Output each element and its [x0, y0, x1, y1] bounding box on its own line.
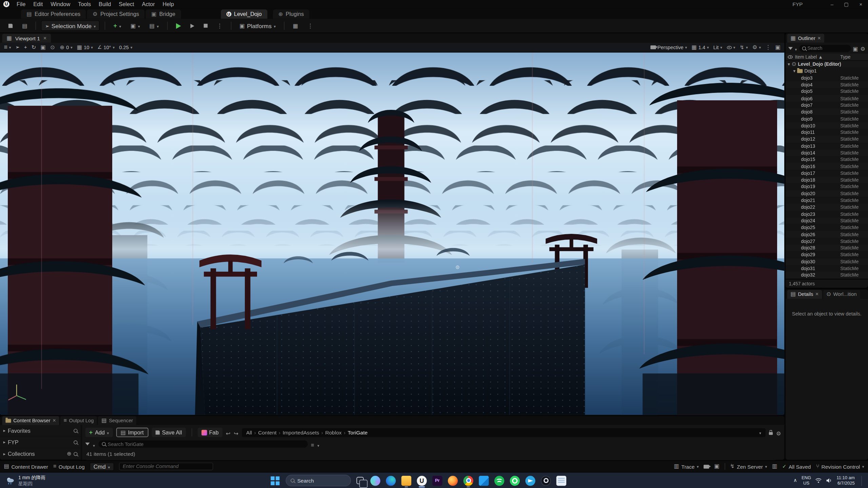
close-icon[interactable] [43, 35, 47, 41]
world-local-toggle[interactable] [50, 44, 55, 50]
tab-plugins[interactable]: Plugins [273, 9, 309, 19]
frame-skip-button[interactable] [187, 20, 198, 31]
menu-item[interactable]: Tools [74, 0, 95, 8]
outliner-actor-row[interactable]: dojo32 StaticMe [786, 272, 868, 279]
outliner-actor-row[interactable]: dojo21 StaticMe [786, 197, 868, 204]
tab-bridge[interactable]: Bridge [146, 9, 181, 19]
taskbar-icon-copilot[interactable] [369, 473, 382, 488]
outliner-actor-row[interactable]: dojo31 StaticMe [786, 265, 868, 272]
taskbar-icon-whatsapp[interactable] [508, 473, 521, 488]
breadcrumb-item[interactable]: All [246, 429, 252, 435]
close-icon[interactable] [817, 35, 821, 41]
import-button[interactable]: Import [116, 428, 148, 437]
rotate-tool-button[interactable] [32, 44, 36, 50]
outliner-actor-row[interactable]: dojo6 StaticMe [786, 95, 868, 102]
viewmode-options-button[interactable] [739, 44, 748, 50]
insights-icon[interactable] [772, 464, 777, 469]
sidebar-item-favorites[interactable]: Favorites [0, 425, 81, 436]
play-options-button[interactable] [214, 20, 226, 31]
taskbar-search[interactable]: Search [285, 475, 351, 486]
tab-outliner[interactable]: Outliner [787, 34, 824, 43]
toolbar-settings-button[interactable] [304, 20, 316, 31]
outliner-actor-row[interactable]: dojo5 StaticMe [786, 88, 868, 95]
outliner-actor-row[interactable]: dojo17 StaticMe [786, 170, 868, 177]
taskbar-icon-spotify[interactable] [493, 473, 506, 488]
taskbar-icon-obs[interactable] [539, 473, 552, 488]
play-button[interactable] [173, 20, 184, 31]
outliner-actor-row[interactable]: dojo23 StaticMe [786, 210, 868, 217]
outliner-actor-row[interactable]: dojo26 StaticMe [786, 231, 868, 238]
viewport-settings-button[interactable] [752, 44, 761, 50]
tab-viewport-1[interactable]: Viewport 1 [2, 34, 51, 43]
expander-icon[interactable] [3, 451, 6, 456]
outliner-actor-row[interactable]: dojo19 StaticMe [786, 183, 868, 190]
taskbar-clock[interactable]: 11:10 am 6/7/2025 [836, 475, 854, 486]
viewport-options-button[interactable] [4, 44, 11, 50]
breadcrumb-item[interactable]: ImportedAssets [283, 429, 319, 435]
view-mode-dropdown[interactable]: Lit [713, 44, 722, 50]
snapshot-icon[interactable] [714, 464, 719, 469]
outliner-actor-row[interactable]: dojo4 StaticMe [786, 81, 868, 88]
outliner-actor-row[interactable]: dojo27 StaticMe [786, 238, 868, 245]
menu-item[interactable]: Build [95, 0, 115, 8]
outliner-actor-row[interactable]: dojo30 StaticMe [786, 258, 868, 265]
column-item-label[interactable]: Item Label ▲ [795, 54, 838, 60]
output-log-button[interactable]: Output Log [53, 463, 85, 469]
content-drawer-button[interactable]: Content Drawer [4, 463, 48, 469]
menu-item[interactable]: Edit [29, 0, 47, 8]
grid-snap-toggle[interactable]: 10 [77, 44, 93, 50]
outliner-root-row[interactable]: Level_Dojo (Editor) [786, 61, 868, 68]
taskbar-icon-file-explorer[interactable] [400, 473, 413, 488]
add-actor-button[interactable] [110, 20, 124, 31]
outliner-actor-row[interactable]: dojo3 StaticMe [786, 75, 868, 81]
taskbar-icon-premiere[interactable] [431, 473, 444, 488]
cmd-dropdown[interactable]: Cmd [90, 462, 114, 470]
scale-snap-toggle[interactable]: 0.25 [119, 44, 132, 50]
console-command-input[interactable] [123, 464, 209, 469]
breadcrumb-item[interactable]: Roblox [325, 429, 341, 435]
asset-search-input[interactable] [108, 441, 304, 447]
recent-levels-button[interactable] [290, 20, 301, 31]
sidebar-item-collections[interactable]: Collections [0, 448, 81, 460]
outliner-actor-row[interactable]: dojo11 StaticMe [786, 129, 868, 136]
camera-perspective-dropdown[interactable]: Perspective [650, 44, 687, 50]
tab-details[interactable]: Details [787, 290, 822, 299]
outliner-search-box[interactable] [799, 44, 851, 52]
maximize-viewport-button[interactable] [775, 44, 781, 50]
viewport-kebab-button[interactable] [765, 44, 771, 50]
menu-item[interactable]: Help [159, 0, 178, 8]
close-icon[interactable] [815, 291, 819, 297]
search-icon[interactable] [74, 452, 77, 455]
outliner-actor-row[interactable]: dojo28 StaticMe [786, 245, 868, 251]
tab-output-log[interactable]: Output Log [60, 416, 97, 425]
tab-project-settings[interactable]: Project Settings [87, 9, 145, 19]
menu-item[interactable]: Window [47, 0, 74, 8]
column-type[interactable]: Type [840, 54, 866, 60]
outliner-folder-row[interactable]: Dojo1 [786, 68, 868, 75]
tab-sequencer[interactable]: Sequencer [98, 416, 136, 425]
menu-item[interactable]: File [13, 0, 29, 8]
breadcrumb-item[interactable]: ToriGate [348, 429, 368, 435]
wifi-icon[interactable] [815, 478, 822, 483]
editor-mode-dropdown[interactable]: Selection Mode [41, 20, 100, 31]
taskbar-icon-notepad[interactable] [555, 473, 568, 488]
cinematics-button[interactable] [146, 20, 162, 31]
close-button[interactable]: × [854, 1, 868, 7]
tab-content-browser[interactable]: Content Browser [2, 416, 59, 425]
taskbar-icon-unreal-engine[interactable] [415, 473, 428, 488]
asset-search-box[interactable] [98, 441, 308, 448]
menu-item[interactable]: Actor [138, 0, 159, 8]
show-desktop-button[interactable] [861, 475, 862, 485]
language-switcher[interactable]: ENG US [802, 475, 811, 486]
add-button[interactable]: Add [85, 428, 113, 437]
outliner-actor-row[interactable]: dojo25 StaticMe [786, 224, 868, 231]
sort-icon[interactable] [311, 440, 314, 448]
console-command-box[interactable] [119, 463, 213, 470]
trace-dropdown[interactable]: Trace [674, 463, 699, 469]
forward-icon[interactable] [234, 428, 238, 437]
hidden-icons-chevron[interactable]: ∧ [793, 477, 797, 484]
fab-button[interactable]: Fab [197, 428, 222, 437]
add-collection-icon[interactable] [67, 451, 72, 456]
source-control-button[interactable] [19, 20, 31, 31]
save-button[interactable] [5, 20, 16, 31]
